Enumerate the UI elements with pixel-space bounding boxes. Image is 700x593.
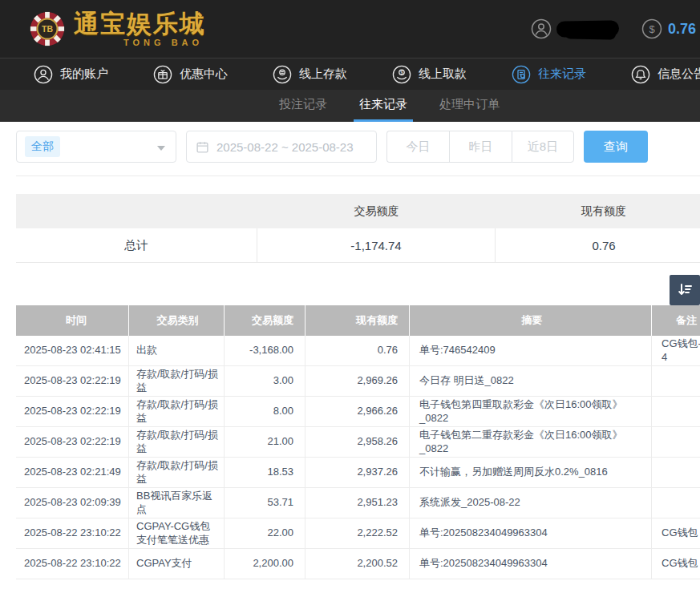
last-8-days-button[interactable]: 近8日: [512, 131, 574, 163]
table-cell: [652, 488, 700, 518]
table-cell: 2025-08-23 02:41:15: [16, 336, 129, 365]
gift-icon: [153, 65, 172, 84]
tab-betting-records[interactable]: 投注记录: [273, 90, 333, 122]
brand-tagline: TONG BAO: [74, 38, 206, 47]
table-cell: 出款: [129, 336, 225, 365]
svg-text:$: $: [649, 23, 655, 35]
nav-item-announcements[interactable]: 信息公告: [631, 65, 700, 84]
table-cell: 电子钱包第二重存款彩金《次日16:00领取》_0822: [410, 427, 652, 457]
table-cell: 单号:746542409: [410, 336, 652, 365]
nav-item-online-withdrawal[interactable]: $ 线上取款: [392, 65, 467, 84]
sort-descending-icon: [675, 280, 694, 300]
user-avatar-icon: [531, 18, 552, 39]
table-cell: [652, 458, 700, 487]
tab-label: 处理中订单: [439, 97, 500, 112]
table-cell: 存款/取款/打码/损益: [129, 427, 225, 457]
table-cell: CGPAY支付: [129, 549, 225, 579]
table-cell: 2025-08-23 02:09:39: [16, 488, 129, 518]
table-cell: 单号:202508234049963304: [410, 549, 652, 579]
nav-label: 线上存款: [299, 67, 347, 82]
table-cell: [652, 397, 700, 426]
nav-label: 信息公告: [658, 67, 700, 82]
table-cell: 2,937.26: [305, 458, 410, 487]
header-transaction-amount: 交易额度: [225, 305, 305, 336]
sort-button[interactable]: [670, 275, 700, 305]
nav-item-promotions[interactable]: 优惠中心: [153, 65, 228, 84]
table-cell: 18.53: [225, 458, 305, 487]
records-clipboard-icon: [512, 65, 531, 84]
records-table-body: 2025-08-23 02:41:15出款-3,168.000.76单号:746…: [16, 336, 700, 579]
divider: [16, 175, 700, 176]
header-time: 时间: [16, 305, 129, 336]
deposit-coin-hand-icon: [273, 65, 292, 84]
table-cell: 2025-08-23 02:21:49: [16, 458, 129, 487]
table-cell: 单号:202508234049963304: [410, 518, 652, 548]
account-person-icon: [34, 65, 53, 84]
header-current-balance: 现有额度: [305, 305, 410, 336]
table-cell: 53.71: [225, 488, 305, 518]
table-cell: 2,200.52: [305, 549, 410, 579]
table-row: 2025-08-23 02:41:15出款-3,168.000.76单号:746…: [16, 336, 700, 366]
table-cell: 不计输赢，另加赠送周周反水0.2%_0816: [410, 458, 652, 487]
sort-row: [0, 263, 700, 305]
nav-label: 我的账户: [60, 67, 108, 82]
yesterday-button[interactable]: 昨日: [449, 131, 512, 163]
svg-text:$: $: [400, 69, 403, 75]
summary-header-balance: 现有额度: [496, 194, 700, 228]
type-select-dropdown[interactable]: 全部: [16, 131, 176, 163]
summary-total-label: 总计: [16, 228, 257, 262]
table-cell: 22.00: [225, 518, 305, 548]
table-row: 2025-08-22 23:10:22CGPAY-CG钱包支付笔笔送优惠22.0…: [16, 518, 700, 549]
summary-transaction-total: -1,174.74: [257, 228, 496, 262]
casino-chip-icon: TB: [29, 10, 66, 47]
main-nav: 我的账户 优惠中心 线上存款 $ 线上取款: [0, 58, 700, 90]
nav-item-my-account[interactable]: 我的账户: [34, 65, 108, 84]
redacted-username: [556, 20, 619, 37]
bell-icon: [631, 65, 650, 84]
tab-label: 往来记录: [359, 97, 407, 112]
header-remark: 备注: [652, 305, 700, 336]
user-cluster: $ 0.76 RMB: [531, 0, 700, 58]
table-cell: 电子钱包第四重取款彩金《次日16:00领取》_0822: [410, 397, 652, 426]
table-row: 2025-08-23 02:22:19存款/取款/打码/损益8.002,966.…: [16, 397, 700, 427]
tab-transaction-records[interactable]: 往来记录: [354, 90, 413, 122]
nav-label: 线上取款: [419, 67, 467, 82]
summary-header-empty: [16, 194, 257, 228]
withdraw-dollar-hand-icon: $: [392, 65, 411, 84]
table-cell: 2025-08-23 02:22:19: [16, 366, 129, 396]
table-cell: 2,951.23: [305, 488, 410, 518]
nav-item-transaction-records[interactable]: 往来记录: [512, 65, 586, 84]
brand-text: 通宝娱乐城 TONG BAO: [74, 11, 206, 47]
nav-item-online-deposit[interactable]: 线上存款: [273, 65, 347, 84]
tab-label: 投注记录: [279, 97, 327, 112]
table-cell: 2,966.26: [305, 397, 410, 426]
table-cell: 0.76: [305, 336, 410, 365]
tab-pending-orders[interactable]: 处理中订单: [434, 90, 505, 122]
nav-label: 优惠中心: [180, 67, 228, 82]
records-table: 时间 交易类别 交易额度 现有额度 摘要 备注 2025-08-23 02:41…: [16, 305, 700, 579]
chevron-down-icon: [157, 146, 165, 151]
brand-name: 通宝娱乐城: [74, 11, 206, 36]
table-row: 2025-08-22 23:10:22CGPAY支付2,200.002,200.…: [16, 549, 700, 579]
table-cell: 8.00: [225, 397, 305, 426]
table-cell: CG钱包: [652, 518, 700, 548]
table-row: 2025-08-23 02:22:19存款/取款/打码/损益21.002,958…: [16, 427, 700, 458]
header-transaction-type: 交易类别: [129, 305, 225, 336]
table-cell: 今日存 明日送_0822: [410, 366, 652, 396]
type-selected-tag[interactable]: 全部: [25, 136, 60, 157]
balance-dollar-icon: $: [641, 18, 662, 39]
table-cell: 3.00: [225, 366, 305, 396]
record-tabs: 投注记录 往来记录 处理中订单: [0, 90, 700, 122]
brand-logo: TB 通宝娱乐城 TONG BAO: [29, 10, 206, 47]
table-cell: CGPAY-CG钱包支付笔笔送优惠: [129, 518, 225, 548]
summary-balance-total: 0.76: [496, 228, 700, 262]
table-cell: 2,222.52: [305, 518, 410, 548]
date-range-input[interactable]: 2025-08-22 ~ 2025-08-23: [186, 131, 377, 163]
quick-date-buttons: 今日 昨日 近8日: [386, 131, 574, 163]
today-button[interactable]: 今日: [386, 131, 449, 163]
top-header: TB 通宝娱乐城 TONG BAO $ 0.76 RMB: [0, 0, 700, 58]
table-cell: CG钱包: [652, 549, 700, 579]
page: TB 通宝娱乐城 TONG BAO $ 0.76 RMB: [0, 0, 700, 593]
table-cell: 2,969.26: [305, 366, 410, 396]
query-button[interactable]: 查询: [584, 131, 648, 163]
